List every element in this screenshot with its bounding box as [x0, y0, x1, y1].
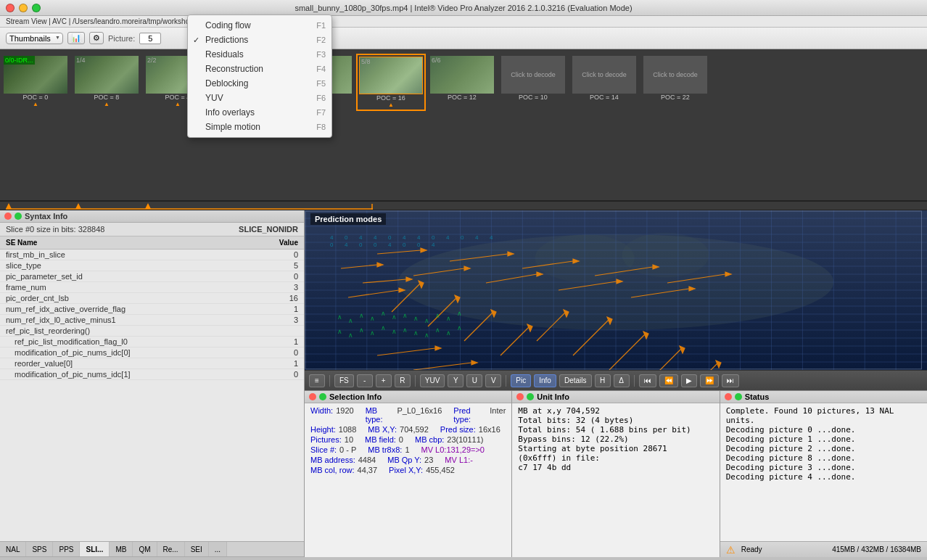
syntax-row-2[interactable]: pic_parameter_set_id 0: [0, 271, 304, 282]
h-btn[interactable]: H: [595, 374, 611, 387]
next-end-btn[interactable]: ⏭: [722, 374, 739, 387]
minimize-button[interactable]: [19, 4, 28, 12]
syntax-row-6[interactable]: num_ref_idx_l0_active_minus1 3: [0, 315, 304, 326]
unit-min-btn[interactable]: [527, 393, 534, 400]
hamburger-menu-btn[interactable]: ≡: [309, 374, 325, 387]
details-btn[interactable]: Details: [559, 374, 592, 387]
syntax-row-4[interactable]: pic_order_cnt_lsb 16: [0, 293, 304, 304]
maximize-button[interactable]: [32, 4, 41, 12]
menu-item-yuv[interactable]: YUV F6: [188, 91, 331, 105]
menu-item-label: Residuals: [205, 49, 244, 59]
delta-btn[interactable]: Δ: [614, 374, 630, 387]
value-header: Value: [279, 239, 298, 247]
thumb-label-6: 6/6: [430, 56, 442, 65]
unit-close-btn[interactable]: [516, 393, 524, 400]
svg-text:∧: ∧: [435, 312, 440, 319]
vc-sep-4: [634, 375, 635, 387]
status-close-btn[interactable]: [725, 393, 732, 400]
unit-info-title: Unit Info: [537, 392, 569, 401]
syntax-value-9: 0: [260, 347, 304, 358]
status-line-3: Decoding picture 2 ...done.: [726, 444, 921, 453]
syntax-close-btn[interactable]: [4, 213, 12, 220]
thumbnail-0[interactable]: 0/0-IDR... POC = 0 ▲: [1, 54, 70, 110]
view-mode-select[interactable]: Thumbnails: [6, 33, 63, 44]
svg-text:4: 4: [417, 234, 421, 241]
syntax-row-11[interactable]: modification_of_pic_nums_idc[1] 0: [0, 369, 304, 380]
syntax-row-7[interactable]: ref_pic_list_reordering(): [0, 326, 304, 337]
zoom-in-btn[interactable]: +: [376, 374, 392, 387]
menu-item-simple-motion[interactable]: Simple motion F8: [188, 120, 331, 134]
reset-btn[interactable]: R: [395, 374, 411, 387]
y-btn[interactable]: Y: [448, 374, 464, 387]
syntax-row-8[interactable]: ref_pic_list_modification_flag_l0 1: [0, 337, 304, 347]
tab-qm[interactable]: QM: [133, 542, 157, 556]
syntax-row-1[interactable]: slice_type 5: [0, 260, 304, 271]
settings-button[interactable]: ⚙: [89, 32, 104, 44]
fullscreen-btn[interactable]: FS: [334, 374, 354, 387]
thumb-poc-9: POC = 22: [661, 94, 690, 101]
u-btn[interactable]: U: [466, 374, 482, 387]
menu-item-predictions[interactable]: Predictions F2: [188, 33, 331, 47]
sel-pixelxy-label: Pixel X,Y:: [389, 466, 423, 474]
menu-shortcut: F1: [316, 21, 326, 30]
thumbnail-7[interactable]: Click to decode POC = 10: [498, 54, 568, 103]
syntax-row-9[interactable]: modification_of_pic_nums_idc[0] 0: [0, 347, 304, 358]
unit-info-title-bar: Unit Info: [512, 391, 719, 403]
syntax-se-name-5: num_ref_idx_active_override_flag: [0, 304, 260, 314]
thumbnail-6[interactable]: 6/6 POC = 12: [427, 54, 497, 103]
syntax-se-name-0: first_mb_in_slice: [0, 250, 260, 260]
zoom-out-btn[interactable]: -: [357, 374, 373, 387]
svg-text:4: 4: [330, 234, 334, 241]
svg-text:4: 4: [432, 242, 435, 248]
prev-btn[interactable]: ⏪: [659, 374, 678, 387]
close-button[interactable]: [6, 4, 15, 12]
thumbnail-1[interactable]: 1/4 POC = 8 ▲: [72, 54, 141, 110]
picture-input[interactable]: [139, 33, 161, 44]
tab-more[interactable]: ...: [209, 542, 227, 556]
tab-sps[interactable]: SPS: [26, 542, 53, 556]
unit-info-panel: Unit Info MB at x,y 704,592 Total bits: …: [512, 391, 720, 557]
prev-start-btn[interactable]: ⏮: [639, 374, 656, 387]
menu-item-coding-flow[interactable]: Coding flow F1: [188, 18, 331, 33]
yuv-btn[interactable]: YUV: [420, 374, 445, 387]
tab-sei[interactable]: SEI: [185, 542, 209, 556]
thumbnail-8[interactable]: Click to decode POC = 14: [569, 54, 639, 103]
menu-item-residuals[interactable]: Residuals F3: [188, 47, 331, 62]
thumbnail-9[interactable]: Click to decode POC = 22: [640, 54, 710, 103]
play-btn[interactable]: ▶: [681, 374, 697, 387]
status-title-bar: Status: [720, 391, 927, 403]
tab-re[interactable]: Re...: [157, 542, 185, 556]
status-min-btn[interactable]: [735, 393, 742, 400]
syntax-row-10[interactable]: reorder_value[0] 1: [0, 358, 304, 369]
syntax-se-name-11: modification_of_pic_nums_idc[1]: [0, 369, 260, 379]
svg-text:4: 4: [446, 234, 450, 241]
pic-btn[interactable]: Pic: [511, 374, 531, 387]
selection-min-btn[interactable]: [319, 393, 326, 400]
menu-item-reconstruction[interactable]: Reconstruction F4: [188, 62, 331, 76]
syntax-row-3[interactable]: frame_num 3: [0, 282, 304, 293]
next-btn[interactable]: ⏩: [700, 374, 719, 387]
thumb-idr-badge: 0/0-IDR...: [4, 56, 35, 65]
thumb-arrow-5: ▲: [388, 102, 394, 108]
graph-button[interactable]: 📊: [67, 32, 85, 44]
tab-nal[interactable]: NAL: [0, 542, 26, 556]
v-btn[interactable]: V: [485, 374, 501, 387]
svg-text:4: 4: [403, 234, 406, 241]
tab-mb[interactable]: MB: [110, 542, 133, 556]
status-info-panel: Status Complete. Found 10 pictures, 13 N…: [720, 391, 927, 557]
syntax-row-5[interactable]: num_ref_idx_active_override_flag 1: [0, 304, 304, 315]
sel-width-label: Width:: [310, 406, 333, 424]
tab-pps[interactable]: PPS: [53, 542, 80, 556]
main-viewer[interactable]: Prediction modes: [305, 210, 927, 370]
thumbnail-5[interactable]: 5/8 POC = 16 ▲: [356, 54, 426, 111]
syntax-row-0[interactable]: first_mb_in_slice 0: [0, 250, 304, 260]
selection-close-btn[interactable]: [309, 393, 316, 400]
tab-sli[interactable]: SLI...: [80, 542, 110, 556]
syntax-min-btn[interactable]: [15, 213, 22, 220]
view-select-wrapper[interactable]: Thumbnails: [6, 33, 63, 44]
menu-item-label: Coding flow: [205, 20, 251, 30]
thumb-click-decode-7: Click to decode: [501, 56, 565, 94]
menu-item-info-overlays[interactable]: Info overlays F7: [188, 105, 331, 120]
info-btn[interactable]: Info: [534, 374, 556, 387]
menu-item-deblocking[interactable]: Deblocking F5: [188, 76, 331, 91]
